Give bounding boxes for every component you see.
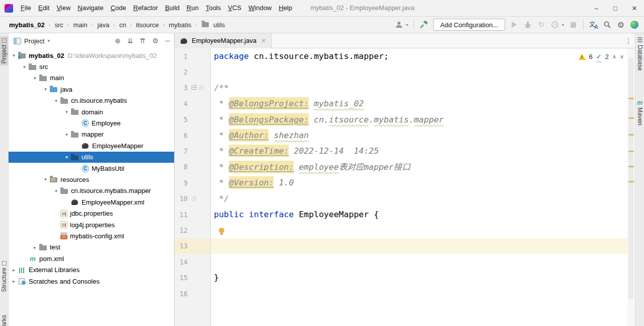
- fold-region-icon[interactable]: [199, 86, 203, 90]
- plugin-sphere-icon[interactable]: [630, 20, 639, 29]
- translate-icon[interactable]: 文A: [589, 20, 598, 29]
- breadcrumb-item-main[interactable]: main: [71, 21, 90, 29]
- code-editor[interactable]: 1package cn.itsource.mybatis.mapper;23/*…: [175, 48, 635, 326]
- profiler-dropdown-icon[interactable]: ▾: [562, 23, 564, 27]
- fold-region-end-icon[interactable]: [192, 197, 196, 201]
- code-line-2[interactable]: 2: [175, 64, 635, 80]
- tree-item-mybatisutil[interactable]: CMyBatisUtil: [9, 163, 174, 174]
- code-line-1[interactable]: 1package cn.itsource.mybatis.mapper;: [175, 48, 635, 64]
- menu-refactor[interactable]: Refactor: [130, 0, 162, 16]
- tree-item-utils[interactable]: ▾utils: [9, 152, 174, 163]
- chevron-down-icon[interactable]: ▾: [11, 53, 17, 58]
- tree-item-employee[interactable]: CEmployee: [9, 117, 174, 128]
- breadcrumb-item-mybatis[interactable]: mybatis: [167, 21, 194, 29]
- project-panel-title[interactable]: Project: [24, 37, 44, 45]
- panel-settings-gear-icon[interactable]: ⚙: [152, 37, 159, 44]
- tree-item-test[interactable]: ▸test: [9, 242, 174, 253]
- tree-item-cn-itsource-mybatis[interactable]: ▾cn.itsource.mybatis: [9, 95, 174, 106]
- chevron-down-icon[interactable]: ▾: [53, 98, 59, 103]
- menu-navigate[interactable]: Navigate: [74, 0, 107, 16]
- tree-item-external-libraries[interactable]: ▸External Libraries: [9, 264, 174, 275]
- doc-list-icon[interactable]: [192, 85, 197, 90]
- code-line-14[interactable]: 14: [175, 254, 635, 270]
- tree-item-jdbc-properties[interactable]: jdbc.properties: [9, 208, 174, 219]
- error-stripe[interactable]: [627, 48, 635, 326]
- tree-item-log4j-properties[interactable]: log4j.properties: [9, 219, 174, 230]
- scrollbar-thumb[interactable]: [628, 57, 633, 299]
- profiler-icon[interactable]: [550, 20, 559, 29]
- user-icon[interactable]: [394, 20, 404, 29]
- locate-file-icon[interactable]: ⊕: [115, 37, 121, 44]
- breadcrumb-item-itsource[interactable]: itsource: [134, 21, 161, 29]
- tree-item-employeemapper[interactable]: EmployeeMapper: [9, 140, 174, 151]
- next-problem-icon[interactable]: ∨: [620, 53, 624, 60]
- tab-employeemapper-java[interactable]: EmployeeMapper.java ✕: [175, 33, 272, 48]
- code-line-12[interactable]: 12: [175, 222, 635, 238]
- intention-bulb-icon[interactable]: [219, 228, 224, 233]
- code-line-6[interactable]: 6 * @Author: shezhan: [175, 127, 635, 143]
- chevron-down-icon[interactable]: ▾: [63, 109, 70, 114]
- code-line-15[interactable]: 15}: [175, 270, 635, 285]
- breadcrumb-item-mybatis_02[interactable]: mybatis_02: [7, 21, 47, 29]
- code-line-9[interactable]: 9 * @Version: 1.0: [175, 175, 635, 190]
- tab-close-icon[interactable]: ✕: [261, 37, 266, 44]
- tree-item-java[interactable]: ▾java: [9, 84, 174, 95]
- chevron-down-icon[interactable]: ▾: [42, 87, 49, 92]
- stop-icon[interactable]: [569, 20, 578, 29]
- menu-edit[interactable]: Edit: [35, 0, 53, 16]
- prev-problem-icon[interactable]: ∧: [612, 53, 616, 60]
- code-line-5[interactable]: 5 * @BelongsPackage: cn.itsource.mybatis…: [175, 112, 635, 127]
- hide-panel-icon[interactable]: ─: [165, 37, 170, 44]
- menu-build[interactable]: Build: [162, 0, 183, 16]
- chevron-down-icon[interactable]: ▾: [32, 76, 38, 81]
- warning-stripe-mark[interactable]: [628, 117, 634, 119]
- debug-bug-icon[interactable]: [523, 20, 532, 29]
- code-line-4[interactable]: 4 * @BelongsProject: mybatis_02: [175, 96, 635, 111]
- search-everywhere-icon[interactable]: [603, 20, 612, 29]
- tree-item-pom-xml[interactable]: mpom.xml: [9, 253, 174, 264]
- tree-item-mybatis-02[interactable]: ▾mybatis_02D:\IdeaWorkspace\mybatis_02: [9, 50, 174, 61]
- tree-item-domain[interactable]: ▾domain: [9, 106, 174, 117]
- menu-code[interactable]: Code: [107, 0, 130, 16]
- more-options-icon[interactable]: ⋮: [625, 33, 632, 48]
- chevron-down-icon[interactable]: ▾: [63, 132, 70, 137]
- breadcrumb-item-src[interactable]: src: [53, 21, 65, 29]
- warning-stripe-mark[interactable]: [628, 151, 634, 152]
- code-line-16[interactable]: 16: [175, 286, 635, 301]
- tree-item-scratches-and-consoles[interactable]: ▸Scratches and Consoles: [9, 276, 174, 287]
- close-button[interactable]: ✕: [625, 0, 644, 16]
- tool-stripe-bookmarks[interactable]: Bookmarks: [0, 315, 8, 326]
- menu-window[interactable]: Window: [245, 0, 275, 16]
- inspections-widget[interactable]: 6 ✓ 2 ∧ ∨: [579, 53, 624, 60]
- code-line-7[interactable]: 7 * @CreateTime: 2022-12-14 14:25: [175, 143, 635, 159]
- menu-help[interactable]: Help: [275, 0, 296, 16]
- menu-run[interactable]: Run: [183, 0, 202, 16]
- collapse-all-icon[interactable]: ⇈: [140, 37, 146, 44]
- menu-tools[interactable]: Tools: [202, 0, 224, 16]
- menu-vcs[interactable]: VCS: [224, 0, 245, 16]
- tool-stripe-project[interactable]: Project: [0, 36, 8, 66]
- warning-stripe-mark[interactable]: [628, 134, 634, 136]
- tree-item-resources[interactable]: ▾resources: [9, 174, 174, 185]
- code-line-8[interactable]: 8 * @Description: employee表对应mapper接口: [175, 159, 635, 175]
- warning-stripe-mark[interactable]: [628, 166, 634, 167]
- chevron-down-icon[interactable]: ▾: [63, 155, 70, 160]
- tree-item-src[interactable]: ▾src: [9, 61, 174, 72]
- user-dropdown-icon[interactable]: ▾: [406, 23, 408, 27]
- chevron-right-icon[interactable]: ▸: [32, 245, 38, 250]
- tree-item-mapper[interactable]: ▾mapper: [9, 129, 174, 140]
- warning-stripe-mark[interactable]: [628, 181, 634, 182]
- breadcrumb-item-cn[interactable]: cn: [117, 21, 128, 29]
- tree-item-main[interactable]: ▾main: [9, 73, 174, 84]
- run-icon[interactable]: [510, 20, 519, 29]
- tree-item-employeemapper-xml[interactable]: EmployeeMapper.xml: [9, 197, 174, 208]
- project-view-dropdown-icon[interactable]: ▾: [47, 38, 50, 43]
- settings-gear-icon[interactable]: ⚙: [616, 20, 625, 29]
- breadcrumb-item-java[interactable]: java: [95, 21, 111, 29]
- tool-stripe-maven[interactable]: m Maven: [635, 100, 644, 125]
- build-hammer-icon[interactable]: [420, 20, 429, 29]
- add-configuration-button[interactable]: Add Configuration...: [433, 19, 505, 31]
- menu-file[interactable]: File: [17, 0, 35, 16]
- chevron-down-icon[interactable]: ▾: [53, 188, 59, 193]
- tree-item-mybatis-config-xml[interactable]: <>mybatis-config.xml: [9, 230, 174, 241]
